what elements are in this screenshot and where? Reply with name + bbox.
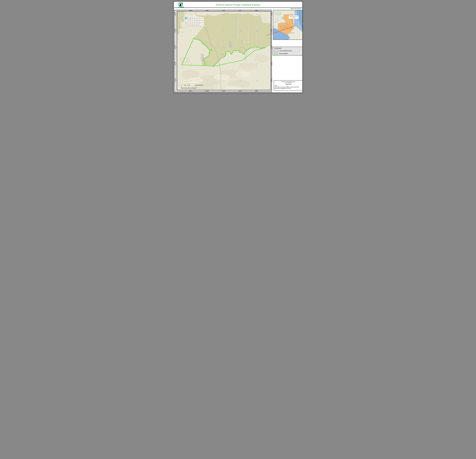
scalebar-unit: Kilómetros (197, 84, 203, 86)
legend: Simbología Límite Departamental Área pro… (273, 47, 303, 56)
scalebar-value-092: 0.92 (195, 84, 197, 86)
source-heading: Fuente: (275, 85, 302, 86)
axis-tick: 1695000 (271, 29, 272, 33)
legend-item-label: Área protegida (279, 53, 288, 54)
axis-tick: 611000 (238, 91, 242, 92)
map-sheet: CONAP Reserva Natural Privada Chabiland … (173, 1, 303, 93)
crs-title: Sistema de coordenadas proyectadas (275, 81, 302, 82)
inset-sea-label-3: Hond (301, 19, 303, 20)
axis-tick: 608000 (189, 10, 192, 11)
axis-tick: 609000 (205, 10, 209, 11)
axis-tick (176, 30, 177, 31)
page-title: Reserva Natural Privada Chabiland Esquin… (189, 2, 287, 8)
scalebar-value-023: 0.23 (184, 84, 186, 86)
source-line-1: Base de datos de la Dirección Análisis G… (275, 86, 302, 88)
info-box: Sistema de coordenadas proyectadas Proye… (274, 80, 303, 91)
axis-tick: 611000 (238, 10, 242, 11)
inset-geometry (273, 10, 303, 40)
scalebar-tick (194, 87, 194, 88)
inset-sea-label-2: d (302, 16, 303, 17)
axis-tick: 610000 (222, 10, 225, 11)
inset-locator-map: Guatemala Guatemala San Salvador H o Gu … (273, 10, 303, 40)
map-canvas: Reserva Natural Privada Chabiland Cerro … (177, 11, 271, 90)
compass-west-label: O (181, 17, 182, 19)
departmental-boundary-swatch-icon (274, 50, 278, 52)
axis-tick (176, 80, 177, 80)
scalebar-tick (185, 87, 185, 88)
axis-tick: 1692000 (271, 78, 272, 82)
inset-territorial-note: Diferendo territorial no resuelto (289, 16, 298, 19)
scalebar-tick (183, 87, 183, 88)
scalebar-ruler (181, 87, 196, 88)
header-divider (174, 8, 302, 8)
doc-code: DAGeos-352-2026-BS (290, 8, 301, 9)
axis-tick: 612000 (255, 10, 258, 11)
scalebar-tick (190, 87, 191, 88)
inset-depth-label: 721 (273, 26, 275, 27)
crs-datum: Datum WGS84 (275, 84, 302, 85)
axis-tick: 1695000 (174, 29, 176, 33)
scalebar: 0 0.23 0.46 0.92 Kilómetros (181, 84, 203, 89)
axis-tick: 612000 (255, 91, 258, 92)
compass-north-label: N (186, 13, 186, 14)
axis-tick: 1694000 (174, 45, 176, 49)
inset-city-guatemala-label: Guatemala (284, 27, 288, 28)
legend-title: Simbología (274, 47, 281, 49)
axis-tick: 610000 (222, 91, 225, 92)
compass-south-label: S (186, 22, 186, 24)
axis-tick: 1692000 (174, 78, 176, 82)
inset-sea-label-1: Gu (301, 12, 303, 13)
axis-tick: 1693000 (174, 62, 176, 66)
axis-tick: 1696000 (271, 12, 272, 16)
compass-star-icon (182, 14, 189, 22)
header: CONAP Reserva Natural Privada Chabiland … (174, 2, 302, 8)
compass-rose-icon: N S E O (181, 13, 191, 23)
crs-projection: Proyección GTM (275, 82, 302, 84)
map-geometry (177, 11, 271, 90)
reserve-label-cerro: Reserva Natural Privada Chabiland Cerro (229, 41, 232, 49)
department-label-izabal: IZABAL (220, 54, 228, 55)
compass-east-label: E (190, 17, 191, 19)
inset-country-label: Guatemala (278, 25, 286, 26)
axis-tick: 1693000 (271, 62, 272, 66)
legend-item-label: Límite Departamental (279, 50, 292, 51)
axis-tick: 608000 (189, 91, 192, 92)
conap-logo: CONAP (176, 2, 187, 8)
scalebar-tick (196, 87, 196, 88)
reserve-label-esquina: Reserva Natural Privada Chabiland Esquin… (200, 54, 204, 61)
axis-tick (176, 64, 177, 64)
source-line-2: Base de datos cartografía básica IGN 201… (275, 88, 302, 89)
inset-city-sansalvador-label: San Salvador (289, 32, 295, 33)
axis-tick: 1696000 (174, 12, 176, 16)
axis-tick (176, 14, 177, 14)
scalebar-value-0: 0 (181, 84, 182, 86)
axis-tick: 609000 (205, 91, 209, 92)
axis-tick: 1694000 (271, 45, 272, 49)
protected-area-swatch-icon (274, 53, 278, 54)
scalebar-tick (192, 87, 192, 88)
inset-honduras-label: H o (300, 28, 302, 29)
scalebar-tick (181, 87, 181, 88)
scalebar-value-046: 0.46 (187, 84, 190, 86)
